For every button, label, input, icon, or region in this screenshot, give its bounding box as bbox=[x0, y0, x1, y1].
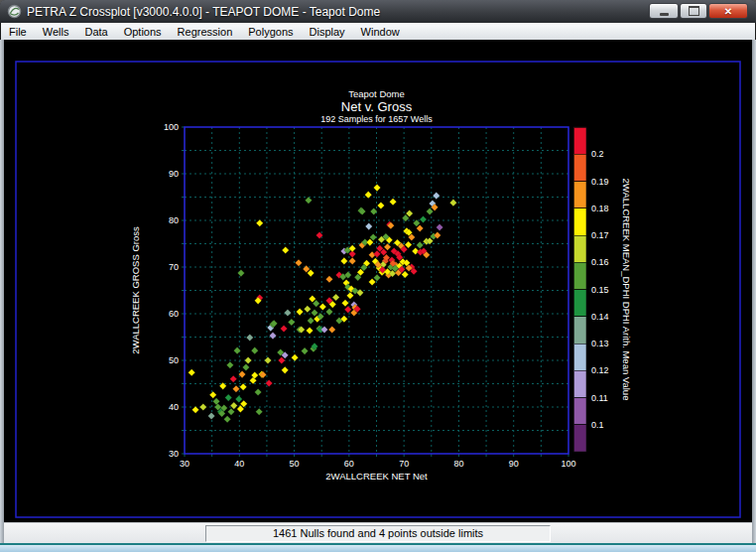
menu-item-regression[interactable]: Regression bbox=[170, 25, 241, 39]
data-point bbox=[295, 259, 302, 266]
data-point bbox=[384, 243, 391, 250]
data-point bbox=[264, 356, 271, 363]
colorbar-segment bbox=[573, 127, 586, 154]
x-tick-label: 40 bbox=[234, 459, 244, 469]
data-point bbox=[344, 306, 351, 313]
data-point bbox=[328, 326, 335, 333]
menu-item-polygons[interactable]: Polygons bbox=[240, 25, 301, 39]
colorbar-tick-label: 0.18 bbox=[591, 204, 609, 213]
data-point bbox=[224, 416, 231, 423]
x-tick-label: 100 bbox=[561, 459, 575, 469]
close-button[interactable]: ✕ bbox=[708, 3, 748, 19]
data-point bbox=[374, 185, 381, 192]
data-point bbox=[365, 223, 372, 230]
colorbar-tick-label: 0.15 bbox=[591, 285, 609, 295]
crossplot-svg: Teapot DomeNet v. Gross192 Samples for 1… bbox=[4, 40, 752, 522]
colorbar-tick-label: 0.11 bbox=[591, 393, 608, 403]
data-point bbox=[230, 402, 237, 409]
y-tick-label: 40 bbox=[169, 402, 179, 412]
data-point bbox=[189, 369, 195, 376]
x-tick-label: 90 bbox=[509, 459, 519, 469]
data-point bbox=[256, 408, 263, 415]
window-controls: ✕ bbox=[649, 3, 748, 19]
close-icon: ✕ bbox=[724, 6, 732, 17]
data-point bbox=[340, 257, 347, 264]
y-tick-label: 80 bbox=[169, 215, 179, 225]
title-bar[interactable]: PETRA Z Crossplot [v3000.4.0.0] - TEAPOT… bbox=[0, 0, 756, 24]
data-point bbox=[349, 257, 356, 264]
colorbar-segment bbox=[573, 398, 586, 425]
data-point bbox=[319, 303, 326, 310]
colorbar-tick-label: 0.16 bbox=[591, 257, 609, 267]
y-tick-label: 60 bbox=[169, 309, 179, 319]
minimize-button[interactable] bbox=[649, 3, 679, 19]
data-point bbox=[246, 334, 253, 341]
y-tick-label: 70 bbox=[169, 262, 179, 272]
y-tick-label: 30 bbox=[169, 449, 179, 459]
data-point bbox=[251, 347, 258, 354]
chart-caption: 192 Samples for 1657 Wells bbox=[320, 114, 433, 124]
colorbar-tick-label: 0.17 bbox=[591, 230, 609, 240]
data-point bbox=[370, 208, 377, 215]
colorbar-tick-label: 0.19 bbox=[591, 177, 609, 187]
data-point bbox=[305, 197, 312, 204]
data-point bbox=[288, 319, 295, 326]
data-point bbox=[341, 300, 348, 307]
data-point bbox=[417, 241, 424, 248]
data-point bbox=[420, 216, 427, 223]
status-message: 1461 Nulls found and 4 points outside li… bbox=[205, 525, 551, 542]
data-point bbox=[234, 347, 241, 354]
data-point bbox=[292, 354, 299, 361]
data-point bbox=[282, 247, 289, 254]
y-tick-label: 50 bbox=[169, 355, 179, 365]
maximize-button[interactable] bbox=[680, 3, 707, 19]
plot-canvas[interactable]: Teapot DomeNet v. Gross192 Samples for 1… bbox=[4, 40, 752, 522]
minimize-icon bbox=[660, 13, 669, 16]
data-point bbox=[377, 202, 384, 208]
x-axis-label: 2WALLCREEK NET Net bbox=[325, 471, 428, 482]
colorbar-tick-label: 0.13 bbox=[591, 339, 609, 348]
data-point bbox=[302, 347, 309, 354]
data-point bbox=[227, 408, 234, 415]
data-point bbox=[307, 327, 314, 334]
data-point bbox=[433, 193, 440, 200]
data-point bbox=[281, 326, 288, 333]
menu-item-file[interactable]: File bbox=[1, 25, 35, 39]
data-point bbox=[269, 333, 276, 340]
menu-item-wells[interactable]: Wells bbox=[35, 25, 77, 39]
chart-title: Teapot Dome bbox=[348, 88, 405, 99]
data-point bbox=[208, 412, 215, 419]
y-axis-label: 2WALLCREEK GROSS Gross bbox=[130, 226, 141, 354]
x-tick-label: 80 bbox=[453, 459, 463, 469]
data-point bbox=[242, 364, 249, 371]
menu-bar: FileWellsDataOptionsRegressionPolygonsDi… bbox=[1, 23, 755, 41]
chart-subtitle: Net v. Gross bbox=[341, 99, 413, 114]
data-point bbox=[209, 391, 216, 398]
data-point bbox=[449, 200, 456, 207]
data-point bbox=[199, 403, 206, 410]
colorbar-segment bbox=[573, 182, 586, 208]
data-point bbox=[230, 375, 237, 382]
window-frame-bottom bbox=[0, 543, 756, 552]
y-tick-label: 90 bbox=[169, 169, 179, 179]
menu-item-data[interactable]: Data bbox=[76, 25, 115, 39]
menu-item-display[interactable]: Display bbox=[302, 25, 353, 39]
colorbar-tick-label: 0.14 bbox=[591, 312, 609, 322]
menu-item-options[interactable]: Options bbox=[116, 25, 170, 39]
colorbar-tick-label: 0.12 bbox=[591, 365, 609, 375]
data-point bbox=[405, 241, 412, 248]
data-point bbox=[427, 208, 434, 215]
colorbar-segment bbox=[573, 154, 586, 181]
data-point bbox=[311, 310, 317, 317]
data-point bbox=[235, 395, 242, 402]
x-tick-label: 60 bbox=[344, 459, 354, 469]
data-point bbox=[369, 279, 376, 286]
maximize-icon bbox=[689, 6, 699, 16]
x-tick-label: 70 bbox=[399, 459, 409, 469]
x-tick-label: 30 bbox=[180, 459, 189, 469]
data-point bbox=[346, 292, 353, 299]
data-point bbox=[325, 309, 332, 316]
colorbar-tick-label: 0.1 bbox=[591, 420, 604, 430]
data-point bbox=[437, 224, 443, 231]
menu-item-window[interactable]: Window bbox=[353, 25, 408, 39]
